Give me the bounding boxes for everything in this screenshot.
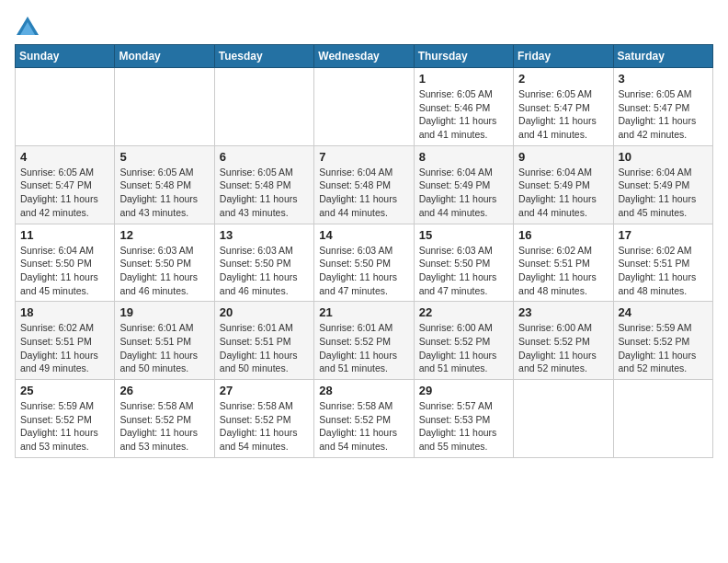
day-number: 25: [20, 384, 109, 397]
calendar-cell: 15Sunrise: 6:03 AM Sunset: 5:50 PM Dayli…: [414, 224, 513, 302]
day-info: Sunrise: 6:03 AM Sunset: 5:50 PM Dayligh…: [419, 244, 508, 298]
day-info: Sunrise: 6:03 AM Sunset: 5:50 PM Dayligh…: [319, 244, 408, 298]
calendar-cell: 24Sunrise: 5:59 AM Sunset: 5:52 PM Dayli…: [613, 302, 712, 380]
calendar-cell: 27Sunrise: 5:58 AM Sunset: 5:52 PM Dayli…: [214, 380, 313, 458]
day-info: Sunrise: 6:01 AM Sunset: 5:51 PM Dayligh…: [220, 321, 309, 375]
day-number: 2: [518, 72, 608, 86]
day-info: Sunrise: 6:02 AM Sunset: 5:51 PM Dayligh…: [20, 321, 109, 375]
day-number: 11: [20, 228, 109, 242]
day-info: Sunrise: 6:05 AM Sunset: 5:46 PM Dayligh…: [419, 87, 508, 142]
day-info: Sunrise: 5:57 AM Sunset: 5:53 PM Dayligh…: [419, 399, 508, 454]
calendar-cell: 13Sunrise: 6:03 AM Sunset: 5:50 PM Dayli…: [214, 224, 313, 302]
calendar-cell: [613, 380, 712, 458]
day-info: Sunrise: 6:01 AM Sunset: 5:51 PM Dayligh…: [119, 321, 209, 375]
day-info: Sunrise: 6:02 AM Sunset: 5:51 PM Dayligh…: [619, 244, 708, 298]
logo: [15, 15, 44, 40]
calendar-cell: 12Sunrise: 6:03 AM Sunset: 5:50 PM Dayli…: [115, 224, 214, 302]
day-number: 23: [518, 305, 608, 319]
day-info: Sunrise: 6:04 AM Sunset: 5:49 PM Dayligh…: [619, 166, 708, 220]
week-row-2: 4Sunrise: 6:05 AM Sunset: 5:47 PM Daylig…: [16, 145, 713, 224]
day-number: 12: [119, 228, 209, 242]
day-info: Sunrise: 5:58 AM Sunset: 5:52 PM Dayligh…: [119, 399, 209, 454]
day-header-sunday: Sunday: [16, 45, 115, 68]
day-number: 4: [20, 150, 109, 164]
day-number: 24: [619, 305, 708, 319]
day-info: Sunrise: 6:04 AM Sunset: 5:48 PM Dayligh…: [319, 166, 408, 220]
calendar-table: SundayMondayTuesdayWednesdayThursdayFrid…: [15, 44, 713, 458]
day-number: 9: [518, 150, 608, 164]
day-number: 22: [419, 305, 508, 319]
day-number: 15: [419, 228, 508, 242]
day-number: 5: [119, 150, 209, 164]
day-info: Sunrise: 6:05 AM Sunset: 5:47 PM Dayligh…: [619, 87, 708, 142]
day-info: Sunrise: 6:01 AM Sunset: 5:52 PM Dayligh…: [319, 321, 408, 375]
calendar-cell: 6Sunrise: 6:05 AM Sunset: 5:48 PM Daylig…: [214, 145, 313, 224]
day-number: 6: [220, 150, 309, 164]
day-number: 14: [319, 228, 408, 242]
day-info: Sunrise: 6:05 AM Sunset: 5:48 PM Dayligh…: [220, 166, 309, 220]
calendar-cell: [115, 68, 214, 146]
day-info: Sunrise: 6:00 AM Sunset: 5:52 PM Dayligh…: [419, 321, 508, 375]
calendar-cell: 17Sunrise: 6:02 AM Sunset: 5:51 PM Dayli…: [613, 224, 712, 302]
calendar-cell: 7Sunrise: 6:04 AM Sunset: 5:48 PM Daylig…: [314, 145, 414, 224]
day-number: 21: [319, 305, 408, 319]
calendar-cell: 9Sunrise: 6:04 AM Sunset: 5:49 PM Daylig…: [514, 145, 613, 224]
day-number: 17: [619, 228, 708, 242]
day-number: 26: [119, 384, 209, 397]
day-info: Sunrise: 5:58 AM Sunset: 5:52 PM Dayligh…: [319, 399, 408, 454]
day-number: 18: [20, 305, 109, 319]
page-header: [15, 15, 713, 40]
logo-icon: [15, 15, 40, 40]
week-row-4: 18Sunrise: 6:02 AM Sunset: 5:51 PM Dayli…: [16, 302, 713, 380]
day-number: 16: [518, 228, 608, 242]
day-info: Sunrise: 6:05 AM Sunset: 5:47 PM Dayligh…: [20, 166, 109, 220]
calendar-cell: 10Sunrise: 6:04 AM Sunset: 5:49 PM Dayli…: [613, 145, 712, 224]
day-info: Sunrise: 5:58 AM Sunset: 5:52 PM Dayligh…: [220, 399, 309, 454]
day-info: Sunrise: 6:03 AM Sunset: 5:50 PM Dayligh…: [119, 244, 209, 298]
day-number: 27: [220, 384, 309, 397]
calendar-cell: 22Sunrise: 6:00 AM Sunset: 5:52 PM Dayli…: [414, 302, 513, 380]
day-info: Sunrise: 6:04 AM Sunset: 5:49 PM Dayligh…: [419, 166, 508, 220]
days-header-row: SundayMondayTuesdayWednesdayThursdayFrid…: [16, 45, 713, 68]
calendar-cell: 26Sunrise: 5:58 AM Sunset: 5:52 PM Dayli…: [115, 380, 214, 458]
day-info: Sunrise: 5:59 AM Sunset: 5:52 PM Dayligh…: [20, 399, 109, 454]
calendar-cell: 11Sunrise: 6:04 AM Sunset: 5:50 PM Dayli…: [16, 224, 115, 302]
day-number: 13: [220, 228, 309, 242]
day-number: 20: [220, 305, 309, 319]
calendar-cell: 8Sunrise: 6:04 AM Sunset: 5:49 PM Daylig…: [414, 145, 513, 224]
day-info: Sunrise: 6:02 AM Sunset: 5:51 PM Dayligh…: [518, 244, 608, 298]
week-row-1: 1Sunrise: 6:05 AM Sunset: 5:46 PM Daylig…: [16, 68, 713, 146]
calendar-cell: 2Sunrise: 6:05 AM Sunset: 5:47 PM Daylig…: [514, 68, 613, 146]
day-number: 3: [619, 72, 708, 86]
calendar-cell: 1Sunrise: 6:05 AM Sunset: 5:46 PM Daylig…: [414, 68, 513, 146]
day-number: 19: [119, 305, 209, 319]
day-header-friday: Friday: [514, 45, 613, 68]
day-number: 29: [419, 384, 508, 397]
calendar-cell: 20Sunrise: 6:01 AM Sunset: 5:51 PM Dayli…: [214, 302, 313, 380]
calendar-cell: [514, 380, 613, 458]
day-info: Sunrise: 6:04 AM Sunset: 5:49 PM Dayligh…: [518, 166, 608, 220]
day-header-saturday: Saturday: [613, 45, 712, 68]
calendar-cell: 14Sunrise: 6:03 AM Sunset: 5:50 PM Dayli…: [314, 224, 414, 302]
day-header-thursday: Thursday: [414, 45, 513, 68]
calendar-cell: 21Sunrise: 6:01 AM Sunset: 5:52 PM Dayli…: [314, 302, 414, 380]
calendar-cell: 29Sunrise: 5:57 AM Sunset: 5:53 PM Dayli…: [414, 380, 513, 458]
day-info: Sunrise: 6:00 AM Sunset: 5:52 PM Dayligh…: [518, 321, 608, 375]
day-number: 8: [419, 150, 508, 164]
day-number: 28: [319, 384, 408, 397]
calendar-cell: [314, 68, 414, 146]
day-info: Sunrise: 6:04 AM Sunset: 5:50 PM Dayligh…: [20, 244, 109, 298]
day-info: Sunrise: 6:05 AM Sunset: 5:48 PM Dayligh…: [119, 166, 209, 220]
calendar-cell: 16Sunrise: 6:02 AM Sunset: 5:51 PM Dayli…: [514, 224, 613, 302]
day-number: 1: [419, 72, 508, 86]
calendar-cell: 18Sunrise: 6:02 AM Sunset: 5:51 PM Dayli…: [16, 302, 115, 380]
calendar-cell: [214, 68, 313, 146]
calendar-cell: 4Sunrise: 6:05 AM Sunset: 5:47 PM Daylig…: [16, 145, 115, 224]
calendar-cell: [16, 68, 115, 146]
calendar-cell: 23Sunrise: 6:00 AM Sunset: 5:52 PM Dayli…: [514, 302, 613, 380]
day-header-wednesday: Wednesday: [314, 45, 414, 68]
day-header-monday: Monday: [115, 45, 214, 68]
day-info: Sunrise: 5:59 AM Sunset: 5:52 PM Dayligh…: [619, 321, 708, 375]
calendar-cell: 25Sunrise: 5:59 AM Sunset: 5:52 PM Dayli…: [16, 380, 115, 458]
calendar-cell: 19Sunrise: 6:01 AM Sunset: 5:51 PM Dayli…: [115, 302, 214, 380]
